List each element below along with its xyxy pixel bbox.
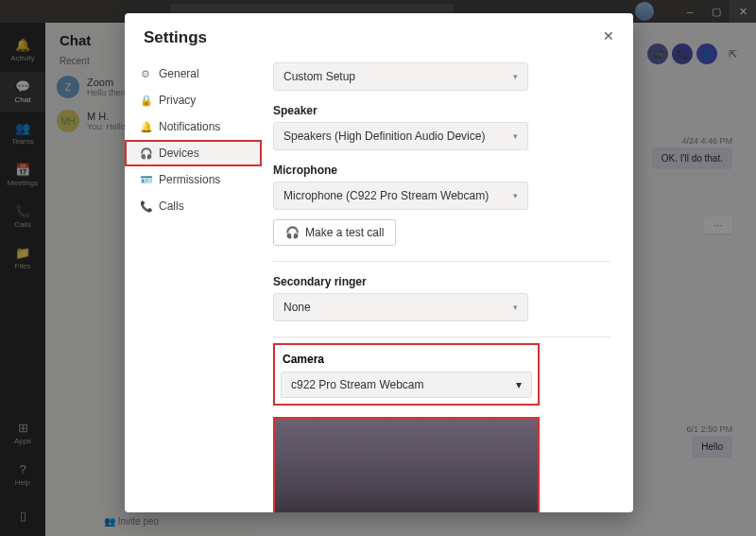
settings-dialog: Settings ✕ ⚙General 🔒Privacy 🔔Notificati… [125, 13, 633, 512]
camera-preview-highlight: Preview [273, 417, 540, 512]
speaker-label: Speaker [273, 104, 610, 117]
camera-highlight: Camera c922 Pro Stream Webcam ▾ [273, 343, 540, 406]
microphone-label: Microphone [273, 164, 610, 177]
headset-icon: 🎧 [140, 147, 151, 160]
settings-title: Settings [144, 28, 207, 47]
close-button[interactable]: ✕ [603, 28, 614, 43]
camera-label: Camera [283, 353, 532, 366]
chevron-down-icon: ▾ [513, 72, 518, 81]
secondary-ringer-value: None [284, 301, 311, 314]
audio-devices-value: Custom Setup [284, 70, 355, 83]
secondary-ringer-label: Secondary ringer [273, 275, 610, 288]
camera-preview: Preview [275, 419, 538, 512]
divider [273, 261, 610, 262]
lock-icon: 🔒 [140, 95, 151, 107]
speaker-value: Speakers (High Definition Audio Device) [284, 130, 485, 143]
watermark: wsxdn.com [708, 524, 750, 533]
divider [273, 337, 610, 337]
microphone-dropdown[interactable]: Microphone (C922 Pro Stream Webcam) ▾ [273, 182, 528, 210]
nav-notifications[interactable]: 🔔Notifications [125, 113, 262, 140]
audio-devices-dropdown[interactable]: Custom Setup ▾ [273, 62, 528, 91]
phone-icon: 📞 [140, 200, 151, 213]
chevron-down-icon: ▾ [513, 131, 518, 141]
id-icon: 🪪 [140, 174, 151, 186]
settings-content: Custom Setup ▾ Speaker Speakers (High De… [262, 55, 633, 512]
gear-icon: ⚙ [140, 68, 151, 80]
nav-devices[interactable]: 🎧Devices [125, 140, 262, 166]
settings-nav: ⚙General 🔒Privacy 🔔Notifications 🎧Device… [125, 55, 262, 512]
headset-icon: 🎧 [285, 226, 300, 239]
microphone-value: Microphone (C922 Pro Stream Webcam) [284, 189, 489, 202]
chevron-down-icon: ▾ [516, 378, 522, 391]
camera-dropdown[interactable]: c922 Pro Stream Webcam ▾ [281, 372, 532, 398]
nav-calls[interactable]: 📞Calls [125, 193, 262, 219]
secondary-ringer-dropdown[interactable]: None ▾ [273, 293, 528, 321]
chevron-down-icon: ▾ [513, 191, 518, 200]
nav-permissions[interactable]: 🪪Permissions [125, 166, 262, 193]
chevron-down-icon: ▾ [513, 303, 518, 312]
make-test-call-button[interactable]: 🎧 Make a test call [273, 219, 396, 246]
nav-privacy[interactable]: 🔒Privacy [125, 87, 262, 113]
nav-general[interactable]: ⚙General [125, 61, 262, 87]
camera-value: c922 Pro Stream Webcam [291, 378, 424, 391]
bell-icon: 🔔 [140, 121, 151, 133]
speaker-dropdown[interactable]: Speakers (High Definition Audio Device) … [273, 122, 528, 150]
